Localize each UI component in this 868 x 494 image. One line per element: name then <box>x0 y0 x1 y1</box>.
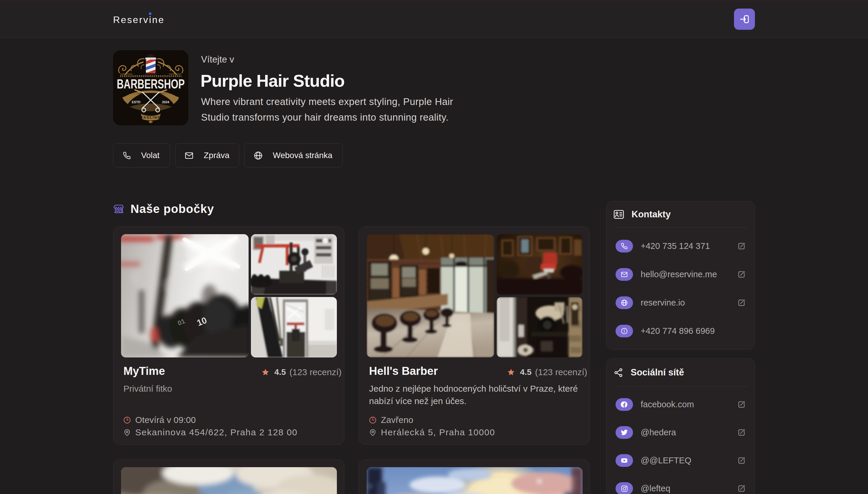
svg-text:ESTD: ESTD <box>132 100 140 104</box>
svg-text:TAGLINE: TAGLINE <box>141 116 161 119</box>
svg-text:BARBERSHOP: BARBERSHOP <box>117 76 185 91</box>
svg-text:2024: 2024 <box>162 100 169 104</box>
